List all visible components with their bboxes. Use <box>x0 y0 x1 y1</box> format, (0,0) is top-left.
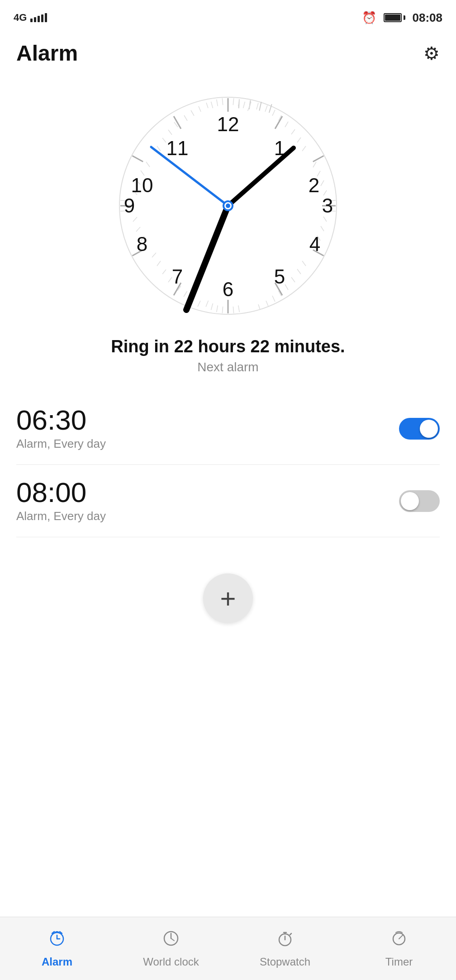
clock-svg: 12 1 2 3 4 5 6 7 8 9 10 11 <box>110 88 346 323</box>
status-time: 08:08 <box>413 11 443 25</box>
nav-item-world-clock[interactable]: World clock <box>114 917 228 980</box>
status-right: ⏰ 08:08 <box>362 11 443 25</box>
world-clock-nav-icon <box>162 929 180 952</box>
alarm-toggle-2[interactable] <box>399 490 440 512</box>
add-button-area: + <box>0 537 456 641</box>
alarm-nav-icon <box>48 929 66 952</box>
app-header: Alarm ⚙ <box>0 32 456 70</box>
bottom-nav: Alarm World clock Stopwatch <box>0 917 456 980</box>
svg-point-99 <box>226 204 230 208</box>
clock-face: 12 1 2 3 4 5 6 7 8 9 10 11 <box>110 88 346 323</box>
network-type: 4G <box>14 12 27 24</box>
signal-bar-5 <box>45 13 47 22</box>
alarm-list: 06:30 Alarm, Every day 08:00 Alarm, Ever… <box>0 393 456 537</box>
timer-nav-icon <box>390 929 408 952</box>
status-left: 4G <box>14 12 47 24</box>
svg-text:2: 2 <box>309 174 319 196</box>
signal-bars <box>30 13 47 22</box>
signal-bar-2 <box>34 17 36 22</box>
clock-container: 12 1 2 3 4 5 6 7 8 9 10 11 <box>0 70 456 337</box>
next-alarm-label: Next alarm <box>18 360 438 374</box>
alarm-label-1: Alarm, Every day <box>16 437 106 451</box>
signal-bar-1 <box>30 19 33 22</box>
ring-in-text: Ring in 22 hours 22 minutes. <box>18 337 438 356</box>
svg-text:3: 3 <box>322 194 333 217</box>
page-title: Alarm <box>16 41 78 66</box>
svg-text:10: 10 <box>131 174 153 196</box>
alarm-left-1: 06:30 Alarm, Every day <box>16 406 106 451</box>
signal-bar-3 <box>38 16 40 22</box>
svg-line-107 <box>171 938 174 941</box>
svg-text:4: 4 <box>309 233 320 255</box>
alarm-item-1[interactable]: 06:30 Alarm, Every day <box>16 393 440 465</box>
svg-text:11: 11 <box>166 137 189 159</box>
svg-text:7: 7 <box>172 265 183 288</box>
alarm-label-2: Alarm, Every day <box>16 509 106 523</box>
add-alarm-button[interactable]: + <box>203 573 253 623</box>
alarm-info: Ring in 22 hours 22 minutes. Next alarm <box>0 337 456 393</box>
svg-text:5: 5 <box>274 265 285 288</box>
alarm-nav-label: Alarm <box>42 956 72 968</box>
svg-line-112 <box>290 933 291 935</box>
svg-text:9: 9 <box>124 194 135 217</box>
world-clock-nav-label: World clock <box>143 956 199 968</box>
nav-item-alarm[interactable]: Alarm <box>0 917 114 980</box>
svg-text:6: 6 <box>223 278 233 300</box>
svg-text:8: 8 <box>137 233 147 255</box>
alarm-time-1: 06:30 <box>16 406 106 434</box>
alarm-left-2: 08:00 Alarm, Every day <box>16 478 106 523</box>
toggle-knob-1 <box>420 420 438 438</box>
timer-nav-label: Timer <box>385 956 413 968</box>
stopwatch-nav-icon <box>276 929 294 952</box>
battery-icon <box>384 13 405 22</box>
toggle-knob-2 <box>401 492 419 510</box>
settings-icon[interactable]: ⚙ <box>423 43 440 64</box>
alarm-toggle-1[interactable] <box>399 418 440 440</box>
status-bar: 4G ⏰ 08:08 <box>0 0 456 32</box>
stopwatch-nav-label: Stopwatch <box>260 956 310 968</box>
signal-bar-4 <box>41 14 43 22</box>
svg-text:12: 12 <box>217 113 239 135</box>
alarm-indicator-icon: ⏰ <box>362 11 376 25</box>
alarm-time-2: 08:00 <box>16 478 106 507</box>
nav-item-stopwatch[interactable]: Stopwatch <box>228 917 342 980</box>
alarm-item-2[interactable]: 08:00 Alarm, Every day <box>16 465 440 537</box>
nav-item-timer[interactable]: Timer <box>342 917 456 980</box>
